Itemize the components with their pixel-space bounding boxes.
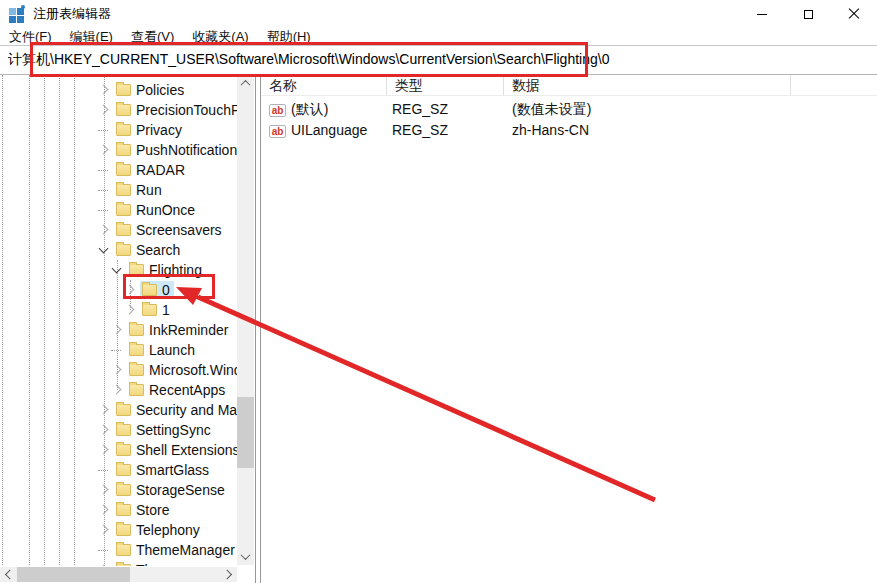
- close-button[interactable]: [831, 0, 877, 28]
- registry-editor-icon: [9, 6, 25, 22]
- tree-item-content[interactable]: PushNotifications: [114, 141, 237, 159]
- tree-item-label: Run: [136, 182, 162, 198]
- body-area: PoliciesPrecisionTouchPaPrivacyPushNotif…: [0, 75, 877, 583]
- menu-item-help[interactable]: 帮助(H): [258, 28, 320, 45]
- chevron-down-icon[interactable]: [112, 264, 122, 274]
- tree-item-content[interactable]: Flighting: [127, 261, 206, 279]
- tree-item-smartglass[interactable]: SmartGlass: [0, 460, 237, 480]
- chevron-right-icon[interactable]: [112, 325, 122, 335]
- menu-item-file[interactable]: 文件(F): [0, 28, 61, 45]
- tree-item-content[interactable]: Privacy: [114, 121, 186, 139]
- tree-item-0[interactable]: 0: [0, 280, 237, 300]
- tree-item-flighting[interactable]: Flighting: [0, 260, 237, 280]
- chevron-right-icon[interactable]: [99, 145, 109, 155]
- tree-item-content[interactable]: Screensavers: [114, 221, 226, 239]
- chevron-right-icon[interactable]: [99, 485, 109, 495]
- tree-item-thememanager[interactable]: ThemeManager: [0, 540, 237, 560]
- chevron-right-icon[interactable]: [112, 385, 122, 395]
- tree-item-content[interactable]: RADAR: [114, 161, 189, 179]
- value-data: zh-Hans-CN: [512, 122, 589, 142]
- tree-item-content[interactable]: InkReminder: [127, 321, 232, 339]
- tree-item-privacy[interactable]: Privacy: [0, 120, 237, 140]
- scroll-up-button[interactable]: [237, 75, 254, 92]
- tree-item-content[interactable]: Microsoft.Wind: [127, 361, 237, 379]
- tree-item-shell-extensions[interactable]: Shell Extensions: [0, 440, 237, 460]
- tree-item-1[interactable]: 1: [0, 300, 237, 320]
- tree-item-content[interactable]: SettingSync: [114, 421, 215, 439]
- chevron-down-icon[interactable]: [99, 244, 109, 254]
- tree-item-run[interactable]: Run: [0, 180, 237, 200]
- tree-item-microsoft-wind[interactable]: Microsoft.Wind: [0, 360, 237, 380]
- tree-item-content[interactable]: ThemeManager: [114, 541, 237, 559]
- tree-item-content[interactable]: Policies: [114, 81, 188, 99]
- menu-item-edit[interactable]: 编辑(E): [61, 28, 122, 45]
- tree-item-content[interactable]: Security and Mai: [114, 401, 237, 419]
- tree-item-content[interactable]: StorageSense: [114, 481, 229, 499]
- column-header-name[interactable]: 名称: [261, 75, 387, 96]
- folder-icon: [116, 544, 131, 556]
- tree-item-content[interactable]: Store: [114, 501, 173, 519]
- tree-item-content[interactable]: Run: [114, 181, 166, 199]
- vertical-scrollbar-thumb[interactable]: [237, 397, 254, 468]
- value-row-uilanguage[interactable]: abUILanguageREG_SZzh-Hans-CN: [261, 122, 877, 142]
- column-header-filler: [791, 75, 877, 96]
- column-header-type[interactable]: 类型: [387, 75, 504, 96]
- tree-item-precisiontouchpa[interactable]: PrecisionTouchPa: [0, 100, 237, 120]
- tree-item-content[interactable]: 0: [140, 281, 174, 299]
- tree-item-launch[interactable]: Launch: [0, 340, 237, 360]
- tree-item-themes[interactable]: Themes: [0, 560, 237, 566]
- chevron-right-icon[interactable]: [99, 405, 109, 415]
- chevron-right-icon[interactable]: [99, 225, 109, 235]
- chevron-right-icon[interactable]: [99, 85, 109, 95]
- tree-item-radar[interactable]: RADAR: [0, 160, 237, 180]
- chevron-right-icon[interactable]: [125, 285, 135, 295]
- tree-horizontal-scrollbar[interactable]: [0, 567, 237, 582]
- chevron-right-icon[interactable]: [99, 425, 109, 435]
- tree-item-inkreminder[interactable]: InkReminder: [0, 320, 237, 340]
- tree-item-settingsync[interactable]: SettingSync: [0, 420, 237, 440]
- folder-icon: [116, 84, 131, 96]
- tree-item-content[interactable]: RunOnce: [114, 201, 199, 219]
- menu-item-view[interactable]: 查看(V): [122, 28, 183, 45]
- chevron-right-icon[interactable]: [99, 525, 109, 535]
- tree-item-content[interactable]: PrecisionTouchPa: [114, 101, 237, 119]
- chevron-right-icon[interactable]: [99, 105, 109, 115]
- values-pane: 名称 类型 数据 ab(默认)REG_SZ(数值未设置)abUILanguage…: [260, 75, 877, 583]
- tree-item-store[interactable]: Store: [0, 500, 237, 520]
- tree-item-screensavers[interactable]: Screensavers: [0, 220, 237, 240]
- minimize-button[interactable]: [739, 0, 785, 28]
- tree-item-content[interactable]: SmartGlass: [114, 461, 213, 479]
- tree-item-runonce[interactable]: RunOnce: [0, 200, 237, 220]
- folder-icon: [116, 504, 131, 516]
- horizontal-scrollbar-thumb[interactable]: [17, 567, 130, 582]
- address-input[interactable]: [0, 46, 877, 74]
- tree-item-content[interactable]: 1: [140, 301, 174, 319]
- tree-item-policies[interactable]: Policies: [0, 80, 237, 100]
- tree-item-telephony[interactable]: Telephony: [0, 520, 237, 540]
- tree-item-content[interactable]: Telephony: [114, 521, 204, 539]
- tree-item-content[interactable]: Launch: [127, 341, 199, 359]
- tree-item-search[interactable]: Search: [0, 240, 237, 260]
- tree-item-storagesense[interactable]: StorageSense: [0, 480, 237, 500]
- chevron-right-icon[interactable]: [99, 445, 109, 455]
- tree-vertical-scrollbar[interactable]: [237, 75, 254, 565]
- scroll-left-button[interactable]: [0, 566, 17, 583]
- chevron-right-icon[interactable]: [125, 305, 135, 315]
- tree-item-content[interactable]: RecentApps: [127, 381, 229, 399]
- menu-item-favorites[interactable]: 收藏夹(A): [183, 28, 257, 45]
- chevron-right-icon[interactable]: [99, 565, 109, 566]
- column-header-data[interactable]: 数据: [504, 75, 791, 96]
- tree-item-content[interactable]: Themes: [114, 561, 191, 566]
- folder-icon: [116, 464, 131, 476]
- maximize-button[interactable]: [785, 0, 831, 28]
- tree-item-recentapps[interactable]: RecentApps: [0, 380, 237, 400]
- scroll-down-button[interactable]: [237, 548, 254, 565]
- value-row-[interactable]: ab(默认)REG_SZ(数值未设置): [261, 101, 877, 121]
- tree-item-content[interactable]: Shell Extensions: [114, 441, 237, 459]
- scroll-right-button[interactable]: [220, 566, 237, 583]
- chevron-right-icon[interactable]: [112, 365, 122, 375]
- chevron-right-icon[interactable]: [99, 505, 109, 515]
- tree-item-security-and-mai[interactable]: Security and Mai: [0, 400, 237, 420]
- tree-item-content[interactable]: Search: [114, 241, 184, 259]
- tree-item-pushnotifications[interactable]: PushNotifications: [0, 140, 237, 160]
